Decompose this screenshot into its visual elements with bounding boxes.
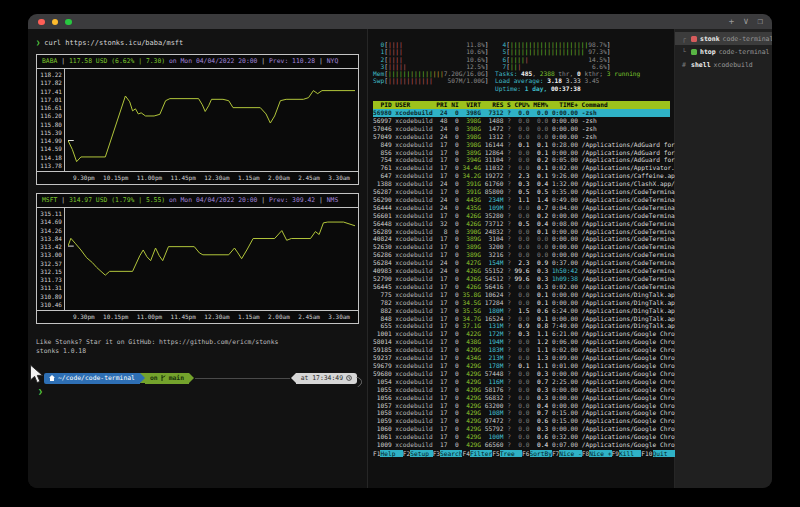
y-axis-labels: 315.11314.69314.26313.84313.42313.00312.… xyxy=(37,208,65,310)
process-row-1001[interactable]: 1001 xcodebuild 17 0 422G 172M ? 0.3 1.1… xyxy=(373,330,670,338)
process-row-57049[interactable]: 57049 xcodebuild 24 0 398G 1312 ? 0.0 0.… xyxy=(373,133,670,141)
process-row-56601[interactable]: 56601 xcodebuild 17 0 426G 35280 ? 0.0 0… xyxy=(373,212,670,220)
process-row-59237[interactable]: 59237 xcodebuild 17 0 434G 213M ? 0.0 1.… xyxy=(373,354,670,362)
process-table: 56980 xcodebuild 24 0 398G 7312 ? 0.0 0.… xyxy=(373,109,670,449)
process-row-761[interactable]: 761 xcodebuild 17 0 34.4G 11032 ? 0.0 0.… xyxy=(373,164,670,172)
prompt-symbol: ❯ xyxy=(36,39,40,47)
process-row-782[interactable]: 782 xcodebuild 17 0 34.5G 17284 ? 0.0 0.… xyxy=(373,299,670,307)
process-row-56445[interactable]: 56445 xcodebuild 17 0 426G 56416 ? 0.0 0… xyxy=(373,283,670,291)
github-star-line: Like Stonks? Star it on GitHub: https://… xyxy=(36,338,361,347)
process-row-856[interactable]: 856 xcodebuild 17 0 389G 12864 ? 0.0 0.1… xyxy=(373,149,670,157)
process-row-1061[interactable]: 1061 xcodebuild 17 0 429G 100M ? 0.0 0.6… xyxy=(373,433,670,441)
pane-list-sidebar: ┌stonkcode-terminal└htopcode-terminal#sh… xyxy=(675,29,772,488)
stock-charts: BABA | 117.58 USD (6.62% | 7.30) on Mon … xyxy=(34,54,361,324)
htop-meters: 0[|||| 11.8%] 1[|||| 10.6%] 2[|||| 10.6%… xyxy=(373,41,670,92)
process-row-1059[interactable]: 1059 xcodebuild 17 0 429G 97472 ? 0.0 0.… xyxy=(373,417,670,425)
process-row-56287[interactable]: 56287 xcodebuild 17 0 391G 85800 ? 0.5 0… xyxy=(373,188,670,196)
price-line-plot xyxy=(68,71,355,169)
sidebar-item-stonk[interactable]: ┌stonkcode-terminal xyxy=(675,32,772,45)
sidebar-item-htop[interactable]: └htopcode-terminal xyxy=(675,45,772,58)
stock-chart-card-MSFT: MSFT | 314.97 USD (1.79% | 5.55) on Mon … xyxy=(36,193,359,324)
process-table-header[interactable]: PID USER PRI NI VIRT RES S CPU% MEM% TIM… xyxy=(373,101,670,109)
stonks-pane: ❯curl https://stonks.icu/baba/msft BABA … xyxy=(28,29,368,488)
process-row-57046[interactable]: 57046 xcodebuild 24 0 398G 1472 ? 0.0 0.… xyxy=(373,125,670,133)
process-row-56980[interactable]: 56980 xcodebuild 24 0 398G 7312 ? 0.0 0.… xyxy=(373,109,670,117)
split-pane-icon[interactable]: ❐ xyxy=(758,15,763,28)
fkey-filter[interactable]: F4Filter xyxy=(462,450,492,458)
fkey-nice--[interactable]: F7Nice - xyxy=(552,450,582,458)
stock-chart-card-BABA: BABA | 117.58 USD (6.62% | 7.30) on Mon … xyxy=(36,54,359,185)
system-stats-line: Load average: 3.18 3.33 3.45 xyxy=(495,77,670,84)
desktop: +∨❐ ❯curl https://stonks.icu/baba/msft B… xyxy=(0,0,800,507)
process-row-1054[interactable]: 1054 xcodebuild 17 0 429G 116M ? 0.0 0.7… xyxy=(373,378,670,386)
git-segment: on main xyxy=(145,373,189,384)
window-controls xyxy=(38,19,72,26)
git-branch: main xyxy=(169,374,184,382)
fkey-kill[interactable]: F9Kill xyxy=(612,450,642,458)
process-row-1055[interactable]: 1055 xcodebuild 17 0 429G 58176 ? 0.0 0.… xyxy=(373,386,670,394)
process-row-848[interactable]: 848 xcodebuild 17 0 34.7G 16524 ? 0.0 0.… xyxy=(373,315,670,323)
process-row-647[interactable]: 647 xcodebuild 17 0 34.2G 19272 ? 2.3 0.… xyxy=(373,172,670,180)
meter-0: 0[|||| 11.8%] xyxy=(373,41,495,48)
process-row-849[interactable]: 849 xcodebuild 17 0 398G 16144 ? 0.1 0.1… xyxy=(373,141,670,149)
system-stats-line: Tasks: 485, 2388 thr, 0 kthr; 3 running xyxy=(495,70,670,77)
dropdown-chevron-icon[interactable]: ∨ xyxy=(743,15,748,28)
process-row-1009[interactable]: 1009 xcodebuild 17 0 429G 66560 ? 0.0 0.… xyxy=(373,441,670,449)
process-row-56997[interactable]: 56997 xcodebuild 48 0 398G 1488 ? 0.0 0.… xyxy=(373,117,670,125)
cwd-text: ~/code/code-terminal xyxy=(58,374,135,382)
process-row-754[interactable]: 754 xcodebuild 17 0 394G 31104 ? 0.0 0.2… xyxy=(373,156,670,164)
process-row-59680[interactable]: 59680 xcodebuild 17 0 429G 57448 ? 0.0 0… xyxy=(373,370,670,378)
fkey-nice-+[interactable]: F8Nice + xyxy=(582,450,612,458)
x-axis-labels: 9.30pm10.15pm11.00pm11.45pm12.30am1.15am… xyxy=(37,171,358,184)
process-row-56290[interactable]: 56290 xcodebuild 24 0 443G 234M ? 1.1 1.… xyxy=(373,196,670,204)
cwd-segment: ~/code/code-terminal xyxy=(44,373,140,384)
htop-pane: 0[|||| 11.8%] 1[|||| 10.6%] 2[|||| 10.6%… xyxy=(368,29,675,488)
git-word: on xyxy=(150,374,158,382)
process-row-59185[interactable]: 59185 xcodebuild 17 0 429G 183M ? 0.0 1.… xyxy=(373,346,670,354)
process-row-655[interactable]: 655 xcodebuild 17 0 37.1G 131M ? 0.9 0.8… xyxy=(373,322,670,330)
process-row-1388[interactable]: 1388 xcodebuild 24 0 391G 61760 ? 0.3 0.… xyxy=(373,180,670,188)
process-row-1056[interactable]: 1056 xcodebuild 17 0 429G 56832 ? 0.0 0.… xyxy=(373,394,670,402)
titlebar-actions: +∨❐ xyxy=(729,15,763,28)
process-row-40983[interactable]: 40983 xcodebuild 24 0 426G 55152 ? 99.6 … xyxy=(373,267,670,275)
titlebar: +∨❐ xyxy=(28,14,772,29)
process-row-56284[interactable]: 56284 xcodebuild 24 0 427G 154M ? 2.3 0.… xyxy=(373,259,670,267)
powerline-arrow xyxy=(189,373,194,383)
fkey-search[interactable]: F3Search xyxy=(433,450,463,458)
process-row-58014[interactable]: 58014 xcodebuild 17 0 438G 194M ? 0.0 1.… xyxy=(373,338,670,346)
process-row-56286[interactable]: 56286 xcodebuild 17 0 389G 3216 ? 0.0 0.… xyxy=(373,251,670,259)
process-row-56448[interactable]: 56448 xcodebuild 32 0 426G 73712 ? 0.5 0… xyxy=(373,220,670,228)
meter-1: 1[|||| 10.6%] xyxy=(373,48,495,55)
fkey-sortby[interactable]: F6SortBy xyxy=(522,450,552,458)
process-row-1060[interactable]: 1060 xcodebuild 17 0 429G 55792 ? 0.0 0.… xyxy=(373,425,670,433)
process-row-40824[interactable]: 40824 xcodebuild 17 0 389G 3104 ? 0.0 0.… xyxy=(373,235,670,243)
meter-2: 2[|||| 10.6%] xyxy=(373,56,495,63)
process-row-56444[interactable]: 56444 xcodebuild 24 0 435G 109M ? 0.0 0.… xyxy=(373,204,670,212)
fkey-setup[interactable]: F2Setup xyxy=(403,450,433,458)
zoom-button[interactable] xyxy=(65,19,72,26)
process-row-1058[interactable]: 1058 xcodebuild 17 0 429G 108M ? 0.0 0.7… xyxy=(373,409,670,417)
chart-title: MSFT | 314.97 USD (1.79% | 5.55) on Mon … xyxy=(37,194,358,208)
fkey-quit[interactable]: F10Quit xyxy=(641,450,675,458)
close-button[interactable] xyxy=(38,19,45,26)
meter-6: 6[||||| 14.5%] xyxy=(495,56,670,63)
new-pane-button[interactable]: + xyxy=(729,15,734,28)
process-row-1057[interactable]: 1057 xcodebuild 17 0 429G 63200 ? 0.0 0.… xyxy=(373,402,670,410)
process-row-59679[interactable]: 59679 xcodebuild 17 0 429G 178M ? 0.1 1.… xyxy=(373,362,670,370)
htop-icon xyxy=(691,49,697,55)
fkey-help[interactable]: F1Help xyxy=(373,450,403,458)
process-row-52630[interactable]: 52630 xcodebuild 17 0 389G 3200 ? 0.0 0.… xyxy=(373,243,670,251)
git-branch-icon xyxy=(161,374,166,382)
command-text: curl https://stonks.icu/baba/msft xyxy=(44,39,183,47)
fkey-tree[interactable]: F5Tree xyxy=(492,450,522,458)
system-stats-line: Uptime: 1 day, 00:37:38 xyxy=(495,85,670,92)
process-row-882[interactable]: 882 xcodebuild 17 0 35.5G 180M ? 1.5 0.6… xyxy=(373,307,670,315)
sidebar-item-shell[interactable]: #shellxcodebuild xyxy=(675,58,772,71)
process-row-775[interactable]: 775 xcodebuild 17 0 35.8G 10624 ? 0.0 0.… xyxy=(373,291,670,299)
cpu-meters-right-and-stats: 4[|||||||||||||||||||||98.7%] 5[||||||||… xyxy=(495,41,670,92)
prompt-input-symbol[interactable]: ❯ xyxy=(38,387,361,396)
process-row-56289[interactable]: 56289 xcodebuild 8 0 390G 24832 ? 0.0 0.… xyxy=(373,228,670,236)
process-row-52790[interactable]: 52790 xcodebuild 17 0 426G 54512 ? 99.6 … xyxy=(373,275,670,283)
minimize-button[interactable] xyxy=(52,19,59,26)
terminal-window: +∨❐ ❯curl https://stonks.icu/baba/msft B… xyxy=(28,14,772,488)
